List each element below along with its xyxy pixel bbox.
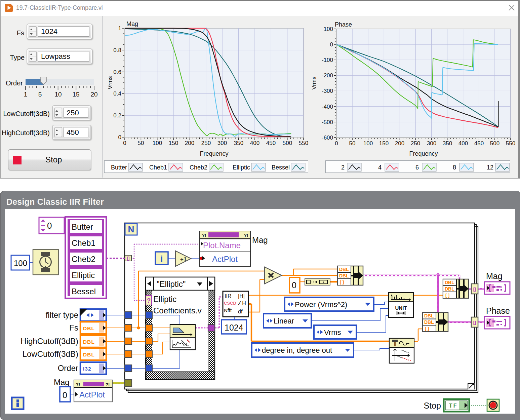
svg-text:250: 250	[201, 140, 211, 146]
svg-text:500: 500	[283, 140, 292, 146]
svg-text:300: 300	[427, 140, 436, 147]
svg-text:Phase: Phase	[335, 21, 352, 28]
svg-text:0: 0	[330, 41, 333, 48]
svg-text:450: 450	[266, 140, 276, 146]
svg-text:350: 350	[443, 140, 452, 147]
svg-text:2: 2	[341, 164, 345, 171]
svg-text:Elliptic: Elliptic	[233, 164, 250, 171]
svg-text:50: 50	[138, 140, 144, 146]
svg-text:200: 200	[185, 140, 194, 146]
svg-text:150: 150	[379, 140, 389, 147]
svg-text:Bessel: Bessel	[272, 164, 290, 171]
svg-text:Butter: Butter	[111, 164, 127, 171]
svg-text:8: 8	[453, 164, 456, 171]
svg-text:6: 6	[415, 164, 419, 171]
svg-text:100: 100	[153, 140, 162, 146]
svg-text:Cheb2: Cheb2	[190, 164, 207, 171]
svg-text:350: 350	[234, 140, 243, 146]
svg-text:-600: -600	[322, 135, 333, 141]
svg-text:0.6: 0.6	[113, 69, 121, 75]
svg-text:300: 300	[217, 140, 227, 146]
svg-text:1: 1	[118, 25, 121, 32]
svg-text:Vrms: Vrms	[107, 76, 113, 89]
svg-text:Frequency: Frequency	[409, 150, 438, 157]
svg-text:-100: -100	[322, 57, 333, 63]
svg-text:400: 400	[250, 140, 259, 146]
svg-text:12: 12	[487, 164, 493, 171]
svg-text:250: 250	[411, 140, 420, 147]
svg-text:550: 550	[506, 140, 515, 147]
svg-text:0: 0	[118, 134, 121, 141]
svg-text:-300: -300	[322, 88, 333, 94]
svg-text:450: 450	[474, 140, 484, 147]
svg-text:500: 500	[490, 140, 499, 147]
svg-text:4: 4	[378, 164, 382, 171]
svg-text:0.2: 0.2	[113, 112, 121, 119]
svg-text:-400: -400	[322, 104, 333, 110]
svg-text:150: 150	[169, 140, 178, 146]
svg-text:0: 0	[123, 140, 126, 146]
svg-text:0.8: 0.8	[113, 47, 121, 53]
svg-text:Frequency: Frequency	[200, 150, 228, 157]
svg-text:-500: -500	[322, 119, 333, 125]
svg-text:Vrms: Vrms	[311, 76, 317, 89]
svg-text:400: 400	[458, 140, 468, 147]
svg-text:Mag: Mag	[126, 21, 138, 27]
svg-text:-200: -200	[322, 72, 333, 79]
svg-text:550: 550	[299, 140, 308, 146]
svg-text:50: 50	[349, 140, 356, 147]
svg-text:100: 100	[363, 140, 373, 147]
svg-text:0: 0	[335, 140, 338, 147]
svg-text:Cheb1: Cheb1	[149, 164, 167, 171]
svg-text:100: 100	[324, 26, 333, 32]
svg-text:200: 200	[395, 140, 404, 147]
svg-text:0.4: 0.4	[113, 90, 121, 97]
